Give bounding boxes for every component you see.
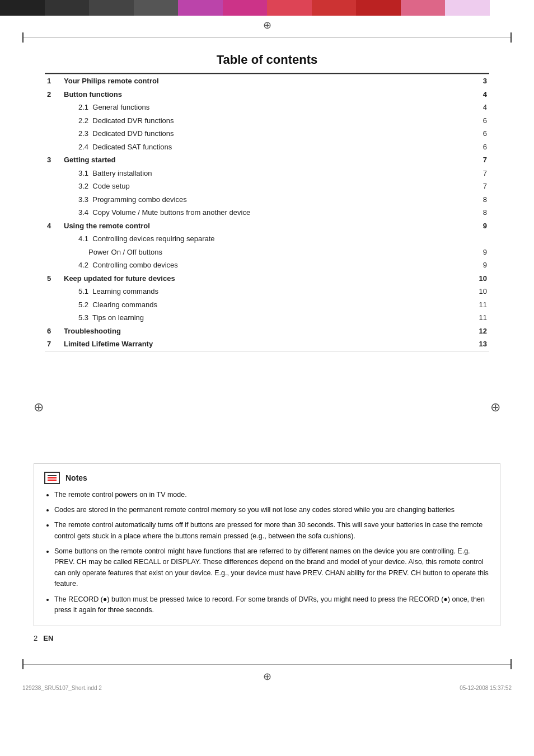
top-color-bar (0, 0, 534, 16)
toc-sub-page: 4 (472, 101, 489, 114)
bottom-rule (22, 659, 512, 669)
notes-icon-line3 (48, 480, 57, 481)
toc-section-label: Limited Lifetime Warranty (62, 337, 472, 351)
toc-sub-page: 6 (472, 140, 489, 154)
reg-mark-left: ⊕ (34, 400, 44, 415)
toc-sub-label: 2.1 General functions (62, 101, 472, 114)
toc-sub-row: 2.1 General functions 4 (45, 101, 489, 114)
bottom-rule-line (24, 664, 510, 665)
top-rule-right (510, 32, 512, 43)
toc-sub-row: 3.2 Code setup 7 (45, 180, 489, 193)
reg-mark-right: ⊕ (490, 400, 500, 415)
toc-section-label: Your Philips remote control (62, 74, 472, 88)
toc-sub-row: 2.3 Dedicated DVD functions 6 (45, 127, 489, 140)
toc-main-row: 2 Button functions 4 (45, 88, 489, 101)
toc-section-num: 2 (45, 88, 62, 101)
footer-text: 129238_SRU5107_Short.indd 2 05-12-2008 1… (0, 685, 534, 691)
notes-header: Notes (44, 472, 490, 484)
bar-seg-6 (223, 0, 268, 16)
toc-sub-num (45, 246, 62, 259)
toc-section-num: 3 (45, 153, 62, 167)
toc-sub-row: 3.1 Battery installation 7 (45, 167, 489, 180)
toc-sub-label: 3.4 Copy Volume / Mute buttons from anot… (62, 206, 472, 219)
toc-section-page: 9 (472, 219, 489, 233)
toc-sub-row: 4.1 Controlling devices requiring separa… (45, 232, 489, 246)
toc-sub-row: 5.1 Learning commands 10 (45, 285, 489, 298)
toc-sub-page (472, 232, 489, 246)
toc-sub-num (45, 140, 62, 154)
bottom-area: 2 EN (34, 634, 500, 642)
toc-table: 1 Your Philips remote control 3 2 Button… (45, 74, 489, 351)
toc-sub-page: 9 (472, 259, 489, 272)
bar-seg-2 (45, 0, 90, 16)
toc-sub-label: Power On / Off buttons (62, 246, 472, 259)
footer-date: 05-12-2008 15:37:52 (460, 685, 512, 691)
toc-main-row: 6 Troubleshooting 12 (45, 325, 489, 338)
toc-section-page: 10 (472, 272, 489, 285)
toc-main-row: 5 Keep updated for future devices 10 (45, 272, 489, 285)
notes-icon-line1 (48, 475, 57, 476)
toc-section-label: Keep updated for future devices (62, 272, 472, 285)
page-number: 2 (34, 634, 38, 642)
toc-sub-label: 4.2 Controlling combo devices (62, 259, 472, 272)
toc-sub-num (45, 167, 62, 180)
footer-file: 129238_SRU5107_Short.indd 2 (22, 685, 102, 691)
toc-sub-num (45, 101, 62, 114)
bar-seg-8 (312, 0, 357, 16)
toc-sub-label: 5.2 Clearing commands (62, 298, 472, 312)
toc-section-num: 7 (45, 337, 62, 351)
notes-icon (44, 472, 60, 484)
toc-sub-row: 4.2 Controlling combo devices 9 (45, 259, 489, 272)
toc-sub-row: 5.3 Tips on learning 11 (45, 311, 489, 325)
toc-sub-num (45, 285, 62, 298)
toc-section-label: Troubleshooting (62, 325, 472, 338)
notes-title: Notes (65, 473, 87, 482)
toc-sub-num (45, 114, 62, 128)
toc-sub-page: 9 (472, 246, 489, 259)
toc-sub-label: 3.1 Battery installation (62, 167, 472, 180)
toc-section-page: 4 (472, 88, 489, 101)
toc-section-num: 5 (45, 272, 62, 285)
toc-main-row: 3 Getting started 7 (45, 153, 489, 167)
toc-sub-num (45, 193, 62, 206)
toc-section-label: Button functions (62, 88, 472, 101)
top-rule (22, 32, 512, 43)
toc-sub-page: 6 (472, 114, 489, 128)
notes-icon-line2 (48, 477, 57, 478)
top-rule-line (24, 37, 510, 38)
toc-section-label: Using the remote control (62, 219, 472, 233)
notes-list-item: The RECORD (●) button must be pressed tw… (54, 594, 490, 616)
notes-list-item: The remote control automatically turns o… (54, 520, 490, 542)
page-title: Table of contents (0, 53, 534, 67)
toc-sub-row: 5.2 Clearing commands 11 (45, 298, 489, 312)
toc-sub-page: 7 (472, 167, 489, 180)
toc-section-label: Getting started (62, 153, 472, 167)
toc-section-num: 6 (45, 325, 62, 338)
reg-mark-bottom: ⊕ (0, 670, 534, 683)
toc-sub-label: 3.3 Programming combo devices (62, 193, 472, 206)
toc-sub-num (45, 232, 62, 246)
toc-sub-num (45, 180, 62, 193)
toc-sub-page: 8 (472, 193, 489, 206)
bar-seg-7 (267, 0, 312, 16)
bar-seg-9 (356, 0, 401, 16)
toc-section-page: 12 (472, 325, 489, 338)
toc-section-page: 7 (472, 153, 489, 167)
bar-seg-5 (178, 0, 223, 16)
toc-sub-num (45, 127, 62, 140)
toc-section-num: 1 (45, 74, 62, 88)
toc-main-row: 7 Limited Lifetime Warranty 13 (45, 337, 489, 351)
toc-sub-page: 6 (472, 127, 489, 140)
toc-sub-page: 11 (472, 298, 489, 312)
toc-sub-label: 5.1 Learning commands (62, 285, 472, 298)
toc-sub-num (45, 259, 62, 272)
toc-sub-row: 2.2 Dedicated DVR functions 6 (45, 114, 489, 128)
toc-sub-num (45, 298, 62, 312)
bottom-rule-right (510, 659, 512, 669)
notes-list: The remote control powers on in TV mode.… (44, 490, 490, 616)
bar-seg-1 (0, 0, 45, 16)
toc-sub-row: Power On / Off buttons 9 (45, 246, 489, 259)
notes-section: Notes The remote control powers on in TV… (34, 463, 500, 627)
toc-sub-page: 8 (472, 206, 489, 219)
toc-section-page: 13 (472, 337, 489, 351)
